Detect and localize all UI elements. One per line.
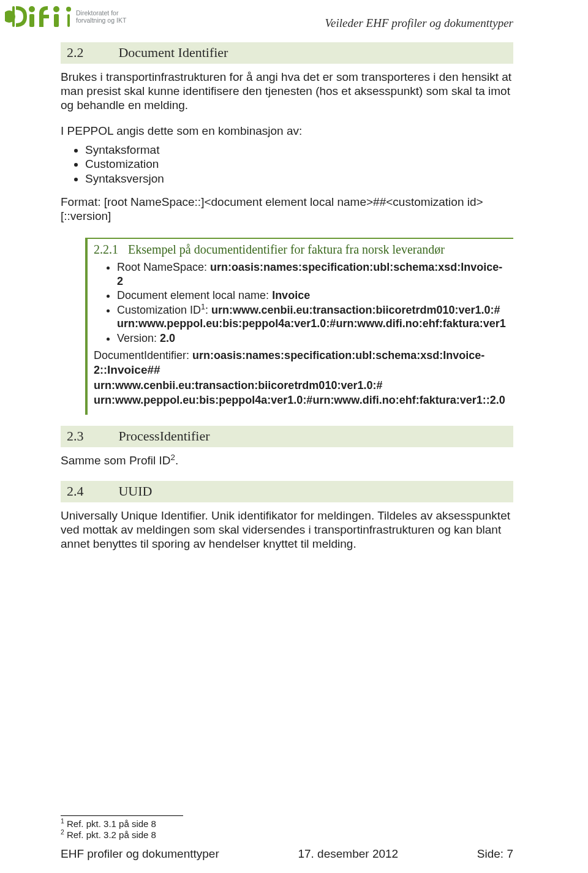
footer-center: 17. desember 2012: [298, 847, 398, 861]
logo: Direktoratet for forvaltning og IKT: [5, 2, 126, 31]
example-2-2-1-title: 2.2.1Eksempel på documentidentifier for …: [94, 243, 507, 257]
footer-right: Side: 7: [477, 847, 513, 861]
page-footer: EHF profiler og dokumenttyper 17. desemb…: [61, 847, 513, 861]
list-item: Syntaksversjon: [85, 172, 513, 186]
list-item: Document element local name: Invoice: [117, 289, 507, 303]
example-2-2-1: 2.2.1Eksempel på documentidentifier for …: [85, 238, 513, 414]
section-2-2-p2: I PEPPOL angis dette som en kombinasjon …: [61, 124, 513, 138]
svg-point-2: [29, 6, 35, 12]
section-2-2-bullets: Syntaksformat Customization Syntaksversj…: [61, 143, 513, 186]
svg-rect-3: [29, 14, 34, 27]
svg-rect-5: [54, 14, 59, 27]
example-docid-line1: DocumentIdentifier: urn:oasis:names:spec…: [94, 349, 507, 377]
difi-logo-icon: [5, 2, 72, 31]
footnotes: 1 Ref. pkt. 3.1 på side 8 2 Ref. pkt. 3.…: [61, 815, 514, 842]
svg-point-4: [53, 6, 59, 12]
list-item: Version: 2.0: [117, 331, 507, 346]
logo-subtext: Direktoratet for forvaltning og IKT: [76, 10, 126, 24]
section-2-2-heading: 2.2 Document Identifier: [61, 42, 513, 64]
doc-header-title: Veileder EHF profiler og dokumenttyper: [325, 17, 513, 30]
section-2-4-p1: Universally Unique Identifier. Unik iden…: [61, 508, 513, 551]
footnote-2: 2 Ref. pkt. 3.2 på side 8: [61, 830, 514, 841]
section-2-3-p1: Samme som Profil ID2.: [61, 453, 513, 467]
section-2-4-heading: 2.4 UUID: [61, 481, 513, 502]
list-item: Root NameSpace: urn:oasis:names:specific…: [117, 260, 507, 288]
list-item: Syntaksformat: [85, 143, 513, 157]
svg-point-7: [66, 7, 71, 12]
section-2-2-p1: Brukes i transportinfrastrukturen for å …: [61, 70, 513, 113]
footnote-rule: [61, 815, 183, 816]
list-item: Customization: [85, 157, 513, 172]
section-2-2-format: Format: [root NameSpace::]<document elem…: [61, 195, 513, 223]
footnote-1: 1 Ref. pkt. 3.1 på side 8: [61, 818, 514, 830]
footer-left: EHF profiler og dokumenttyper: [61, 847, 219, 861]
example-docid-line3: urn:www.peppol.eu:bis:peppol4a:ver1.0:#u…: [94, 393, 507, 407]
section-2-3-heading: 2.3 ProcessIdentifier: [61, 426, 513, 447]
svg-rect-1: [12, 6, 15, 27]
list-item: Customization ID1: urn:www.cenbii.eu:tra…: [117, 303, 507, 331]
example-docid-line2: urn:www.cenbii.eu:transaction:biicoretrd…: [94, 379, 507, 393]
svg-rect-6: [67, 14, 70, 27]
